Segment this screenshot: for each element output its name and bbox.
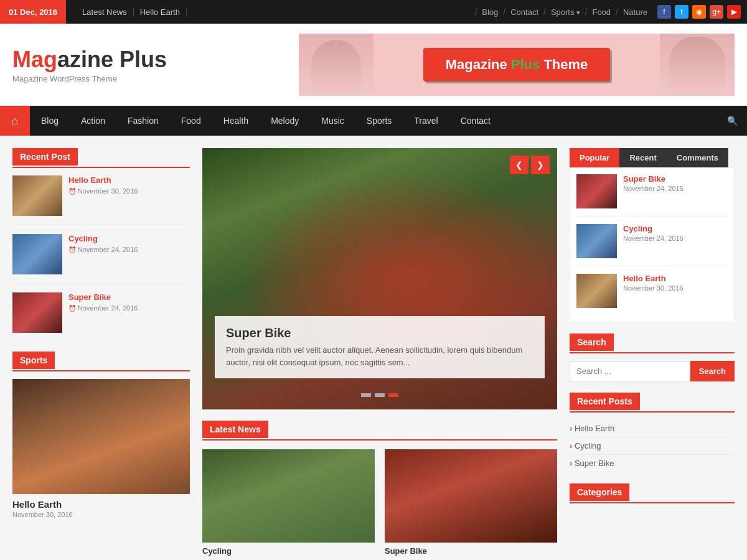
news-card-1: Super Bike	[385, 449, 557, 556]
tab-content: Super Bike November 24, 2016 Cycling Nov…	[570, 167, 735, 322]
home-icon: ⌂	[12, 114, 19, 128]
sports-header: Sports	[12, 352, 190, 371]
sidebar-title-0[interactable]: Super Bike	[623, 174, 684, 184]
nav-sports[interactable]: Sports	[355, 106, 403, 136]
search-section: Search Search	[570, 334, 735, 381]
nav-health[interactable]: Health	[212, 106, 260, 136]
nav-food[interactable]: Food	[170, 106, 212, 136]
nav-fashion[interactable]: Fashion	[116, 106, 170, 136]
nav-melody[interactable]: Melody	[260, 106, 310, 136]
recent-post-thumb-2	[12, 292, 62, 333]
nav-travel[interactable]: Travel	[403, 106, 449, 136]
latest-news-header: Latest News	[202, 421, 557, 441]
slider-caption-title: Super Bike	[226, 326, 533, 340]
recent-posts-list-item-0: Hello Earth	[570, 420, 735, 437]
recent-posts-sidebar-header: Recent Posts	[570, 393, 735, 413]
banner-plus: Plus	[511, 57, 540, 72]
news-card-title-0[interactable]: Cycling	[202, 546, 375, 556]
top-nav-blog[interactable]: Blog	[478, 7, 502, 17]
recent-post-date-1: November 24, 2016	[68, 246, 138, 253]
rss-icon[interactable]: ◉	[692, 5, 706, 19]
nav-music[interactable]: Music	[310, 106, 355, 136]
recent-post-thumb-0	[12, 175, 62, 216]
nav-contact[interactable]: Contact	[449, 106, 502, 136]
search-input[interactable]	[570, 361, 690, 381]
recent-post-date-0: November 30, 2016	[68, 187, 138, 195]
tab-comments[interactable]: Comments	[667, 148, 728, 167]
banner-button: Magazine Plus Theme	[423, 48, 611, 82]
slider-dot-2[interactable]	[375, 393, 385, 397]
recent-posts-link-1[interactable]: Cycling	[575, 441, 601, 450]
recent-post-date-2: November 24, 2016	[68, 304, 138, 312]
recent-post-item-1: Cycling November 24, 2016	[12, 234, 190, 284]
recent-posts-link-2[interactable]: Super Bike	[575, 459, 614, 468]
sidebar-post-2: Hello Earth November 30, 2016	[576, 274, 728, 315]
sidebar-title-2[interactable]: Hello Earth	[623, 274, 684, 283]
sports-section: Sports Hello Earth November 30, 2016	[12, 352, 190, 518]
site-logo: Magazine Plus	[12, 47, 167, 73]
news-card-image-0	[202, 449, 375, 543]
nav-search-icon[interactable]: 🔍	[717, 106, 747, 136]
top-nav-nature[interactable]: Nature	[619, 7, 651, 17]
sports-label: Sports	[12, 352, 55, 369]
recent-post-section: Recent Post Hello Earth November 30, 201…	[12, 148, 190, 342]
recent-post-thumb-1	[12, 234, 62, 274]
nav-action[interactable]: Action	[70, 106, 116, 136]
search-button[interactable]: Search	[690, 361, 735, 381]
tab-popular[interactable]: Popular	[570, 148, 619, 167]
divider: /	[616, 7, 618, 17]
googleplus-icon[interactable]: g+	[710, 5, 723, 19]
search-label: Search	[570, 334, 614, 351]
divider: /	[503, 7, 505, 17]
latest-news-section: Latest News Cycling Super Bike	[202, 421, 557, 556]
divider: /	[585, 7, 588, 17]
slider-next-button[interactable]: ❯	[531, 156, 550, 174]
right-column: Popular Recent Comments Super Bike Novem…	[570, 148, 735, 556]
sports-big-image	[12, 379, 190, 494]
banner-right-image	[660, 34, 735, 96]
home-button[interactable]: ⌂	[0, 106, 30, 136]
slider-dot-3[interactable]	[388, 393, 398, 397]
banner-person-left	[311, 40, 361, 96]
sidebar-info-2: Hello Earth November 30, 2016	[623, 274, 684, 308]
sidebar-title-1[interactable]: Cycling	[623, 224, 684, 233]
news-card-title-1[interactable]: Super Bike	[385, 546, 557, 556]
main-nav: ⌂ Blog Action Fashion Food Health Melody…	[0, 106, 747, 136]
top-link-hello[interactable]: Hello Earth	[134, 7, 187, 17]
sidebar-date-2: November 30, 2016	[623, 284, 684, 292]
tab-recent[interactable]: Recent	[619, 148, 666, 167]
top-link-latest[interactable]: Latest News	[76, 7, 134, 17]
sports-post-title[interactable]: Hello Earth	[12, 499, 190, 510]
slider-dots	[361, 393, 398, 397]
logo-area: Magazine Plus Magazine WordPress Theme	[12, 47, 167, 83]
top-nav-food[interactable]: Food	[588, 7, 614, 17]
banner-person-right	[669, 37, 725, 96]
categories-section: Categories	[570, 483, 735, 503]
twitter-icon[interactable]: t	[675, 5, 688, 19]
banner-left-image	[299, 34, 374, 96]
top-bar: 01 Dec, 2016 Latest News Hello Earth / B…	[0, 0, 747, 24]
recent-posts-link-0[interactable]: Hello Earth	[575, 424, 614, 433]
top-nav-sports[interactable]: Sports	[547, 7, 584, 17]
top-links: Latest News Hello Earth	[66, 7, 187, 17]
slider-prev-button[interactable]: ❮	[510, 156, 529, 174]
youtube-icon[interactable]: ▶	[727, 5, 741, 19]
banner-ad: Magazine Plus Theme	[299, 34, 735, 96]
recent-post-title-2[interactable]: Super Bike	[68, 292, 138, 302]
nav-blog[interactable]: Blog	[30, 106, 70, 136]
sidebar-thumb-0	[576, 174, 617, 208]
facebook-icon[interactable]: f	[657, 5, 671, 19]
banner-text: Magazine	[446, 57, 511, 72]
top-nav-contact[interactable]: Contact	[507, 7, 542, 17]
social-icons: f t ◉ g+ ▶	[657, 5, 741, 19]
latest-news-label: Latest News	[202, 421, 268, 438]
recent-post-header: Recent Post	[12, 148, 190, 168]
recent-post-title-1[interactable]: Cycling	[68, 234, 138, 243]
recent-post-title-0[interactable]: Hello Earth	[68, 175, 138, 185]
recent-post-item-0: Hello Earth November 30, 2016	[12, 175, 190, 225]
sidebar-post-1: Cycling November 24, 2016	[576, 224, 728, 266]
slider-caption: Super Bike Proin gravida nibh vel velit …	[215, 316, 545, 378]
search-header: Search	[570, 334, 735, 353]
sidebar-info-1: Cycling November 24, 2016	[623, 224, 684, 258]
slider-dot-1[interactable]	[361, 393, 371, 397]
